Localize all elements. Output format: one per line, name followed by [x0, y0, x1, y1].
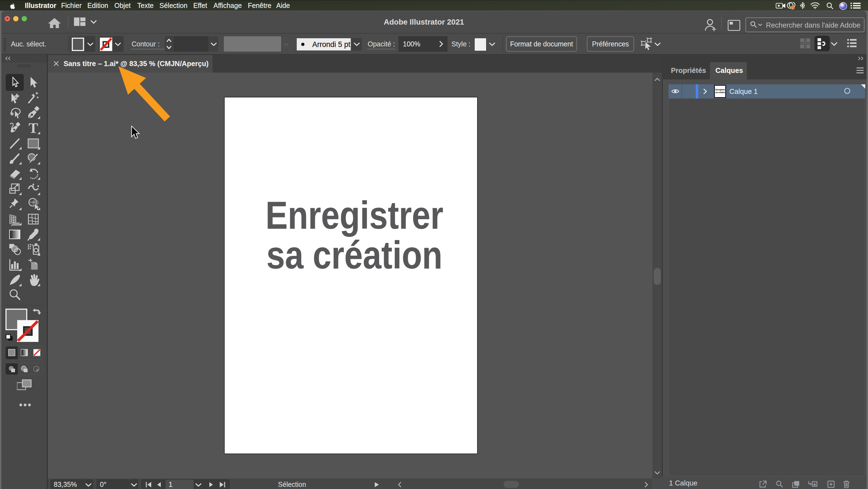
svg-text:T: T: [29, 122, 38, 134]
